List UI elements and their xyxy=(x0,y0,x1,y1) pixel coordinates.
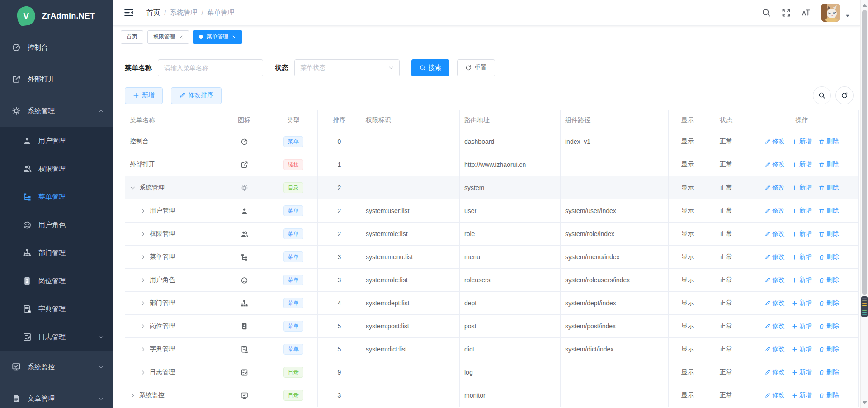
sort-edit-button[interactable]: 修改排序 xyxy=(171,87,222,104)
sidebar-item-0[interactable]: 控制台 xyxy=(0,32,113,63)
edit-action[interactable]: 修改 xyxy=(764,322,785,330)
sidebar-item-5[interactable]: 菜单管理 xyxy=(0,183,113,211)
scrollbar-thumb[interactable] xyxy=(862,10,867,295)
edit-action[interactable]: 修改 xyxy=(764,207,785,215)
table-row[interactable]: 字典管理菜单5system:dict:listdictsystem/dict/i… xyxy=(125,338,859,361)
expand-right-icon[interactable] xyxy=(140,323,146,329)
edit-action[interactable]: 修改 xyxy=(764,368,785,376)
caret-down-icon[interactable] xyxy=(845,13,850,19)
delete-action[interactable]: 删除 xyxy=(819,322,839,330)
add-action[interactable]: 新增 xyxy=(792,322,812,330)
edit-action[interactable]: 修改 xyxy=(764,299,785,307)
edit-action[interactable]: 修改 xyxy=(764,138,785,146)
perm-cell xyxy=(361,361,460,384)
add-action[interactable]: 新增 xyxy=(792,230,812,238)
add-action[interactable]: 新增 xyxy=(792,391,812,399)
tab-首页[interactable]: 首页 xyxy=(121,30,143,44)
edit-action[interactable]: 修改 xyxy=(764,230,785,238)
delete-action[interactable]: 删除 xyxy=(819,161,839,169)
edit-action[interactable]: 修改 xyxy=(764,161,785,169)
sidebar-item-7[interactable]: 部门管理 xyxy=(0,239,113,267)
sidebar-item-12[interactable]: 文章管理 xyxy=(0,383,113,408)
table-row[interactable]: 外部打开链接1http://www.izhaorui.cn显示正常修改新增删除 xyxy=(125,153,859,176)
table-row[interactable]: 部门管理菜单4system:dept:listdeptsystem/dept/i… xyxy=(125,292,859,315)
delete-action[interactable]: 删除 xyxy=(819,345,839,353)
scrollbar-up-arrow[interactable] xyxy=(863,4,867,7)
table-row[interactable]: 系统监控目录3monitor显示正常修改新增删除 xyxy=(125,384,859,407)
refresh-button[interactable] xyxy=(835,86,854,104)
breadcrumb-item[interactable]: 首页 xyxy=(146,9,160,17)
expand-right-icon[interactable] xyxy=(140,208,146,214)
table-row[interactable]: 用户管理菜单2system:user:listusersystem/user/i… xyxy=(125,199,859,223)
add-action[interactable]: 新增 xyxy=(792,161,812,169)
tab-close-icon[interactable] xyxy=(232,35,236,39)
add-action[interactable]: 新增 xyxy=(792,368,812,376)
add-action[interactable]: 新增 xyxy=(792,345,812,353)
user-menu[interactable] xyxy=(821,4,850,22)
avatar[interactable] xyxy=(821,4,840,22)
sidebar-item-9[interactable]: 字典管理 xyxy=(0,295,113,323)
sidebar-item-6[interactable]: 用户角色 xyxy=(0,211,113,239)
expand-right-icon[interactable] xyxy=(130,393,136,399)
menu-tree-icon xyxy=(23,192,32,201)
delete-action[interactable]: 删除 xyxy=(819,299,839,307)
add-action[interactable]: 新增 xyxy=(792,276,812,284)
app-logo[interactable]: V ZrAdmin.NET xyxy=(0,0,113,32)
expand-right-icon[interactable] xyxy=(140,254,146,260)
table-row[interactable]: 菜单管理菜单3system:menu:listmenusystem/menu/i… xyxy=(125,246,859,269)
add-action[interactable]: 新增 xyxy=(792,184,812,192)
sidebar-item-1[interactable]: 外部打开 xyxy=(0,63,113,95)
expand-right-icon[interactable] xyxy=(140,346,146,352)
edit-action[interactable]: 修改 xyxy=(764,184,785,192)
tab-close-icon[interactable] xyxy=(179,35,183,39)
edit-action[interactable]: 修改 xyxy=(764,253,785,261)
add-action[interactable]: 新增 xyxy=(792,253,812,261)
add-button[interactable]: 新增 xyxy=(125,87,163,104)
status-select[interactable]: 菜单状态 xyxy=(294,59,400,76)
expand-right-icon[interactable] xyxy=(140,277,146,283)
toggle-search-button[interactable] xyxy=(813,86,831,104)
edit-action[interactable]: 修改 xyxy=(764,276,785,284)
delete-action[interactable]: 删除 xyxy=(819,253,839,261)
table-row[interactable]: 权限管理菜单2system:role:listrolesystem/role/i… xyxy=(125,223,859,246)
expand-right-icon[interactable] xyxy=(140,370,146,375)
search-icon[interactable] xyxy=(762,8,771,17)
sidebar-item-3[interactable]: 用户管理 xyxy=(0,127,113,155)
table-row[interactable]: 日志管理目录9log显示正常修改新增删除 xyxy=(125,361,859,384)
page-scrollbar[interactable] xyxy=(860,0,868,408)
add-action[interactable]: 新增 xyxy=(792,207,812,215)
add-action[interactable]: 新增 xyxy=(792,138,812,146)
expand-down-icon[interactable] xyxy=(130,185,136,191)
table-row[interactable]: 岗位管理菜单5system:post:listpostsystem/post/i… xyxy=(125,315,859,338)
tab-菜单管理[interactable]: 菜单管理 xyxy=(193,30,242,44)
breadcrumb-item[interactable]: 系统管理 xyxy=(170,9,197,17)
sidebar-item-11[interactable]: 系统监控 xyxy=(0,351,113,383)
expand-right-icon[interactable] xyxy=(140,300,146,306)
sidebar-item-8[interactable]: 岗位管理 xyxy=(0,267,113,295)
delete-action[interactable]: 删除 xyxy=(819,230,839,238)
delete-action[interactable]: 删除 xyxy=(819,391,839,399)
search-button[interactable]: 搜索 xyxy=(411,59,449,76)
reset-button[interactable]: 重置 xyxy=(457,59,495,76)
sidebar-item-4[interactable]: 权限管理 xyxy=(0,155,113,183)
delete-action[interactable]: 删除 xyxy=(819,276,839,284)
table-row[interactable]: 用户角色菜单3system:role:listroleuserssystem/r… xyxy=(125,269,859,292)
font-size-icon[interactable] xyxy=(802,8,811,17)
delete-action[interactable]: 删除 xyxy=(819,138,839,146)
sidebar-item-10[interactable]: 日志管理 xyxy=(0,323,113,351)
menu-fold-icon[interactable] xyxy=(124,8,134,18)
sidebar-item-2[interactable]: 系统管理 xyxy=(0,95,113,127)
delete-action[interactable]: 删除 xyxy=(819,184,839,192)
add-action[interactable]: 新增 xyxy=(792,299,812,307)
edit-action[interactable]: 修改 xyxy=(764,391,785,399)
delete-action[interactable]: 删除 xyxy=(819,368,839,376)
edit-action[interactable]: 修改 xyxy=(764,345,785,353)
table-row[interactable]: 控制台菜单0dashboardindex_v1显示正常修改新增删除 xyxy=(125,130,859,153)
scrollbar-down-arrow[interactable] xyxy=(863,401,867,404)
fullscreen-icon[interactable] xyxy=(782,8,791,17)
menu-name-input[interactable] xyxy=(158,59,263,76)
expand-right-icon[interactable] xyxy=(140,231,146,237)
table-row[interactable]: 系统管理目录2system显示正常修改新增删除 xyxy=(125,176,859,199)
delete-action[interactable]: 删除 xyxy=(819,207,839,215)
tab-权限管理[interactable]: 权限管理 xyxy=(147,30,189,44)
